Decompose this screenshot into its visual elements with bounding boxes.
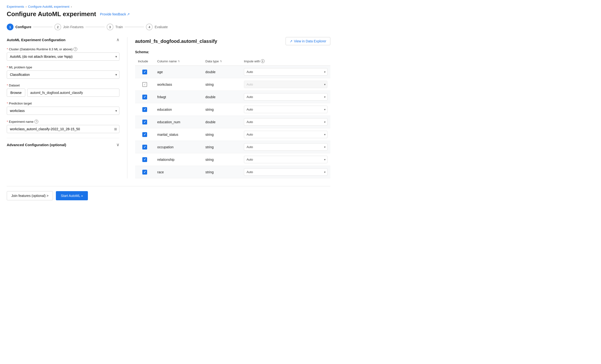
dataset-row: Browse — [7, 89, 120, 97]
right-panel: automl_fs_dogfood.automl_classify ↗ View… — [127, 37, 330, 178]
experiment-name-row: ⊞ — [7, 125, 120, 133]
dataset-input[interactable] — [27, 89, 120, 97]
checkbox-checked[interactable] — [142, 107, 147, 112]
table-row: fnlwgtdoubleAuto▾ — [135, 91, 330, 103]
cell-column-name: occupation — [154, 141, 202, 153]
step-evaluate[interactable]: 4 Evaluate — [146, 24, 168, 30]
external-link-icon: ↗ — [290, 39, 292, 43]
advanced-label: Advanced Configuration (optional) — [7, 143, 66, 147]
data-type-sort-icon: ⇅ — [220, 60, 222, 63]
cell-impute: Auto▾ — [241, 91, 330, 103]
step-join-features[interactable]: 2 Join Features — [54, 24, 84, 30]
view-data-explorer-button[interactable]: ↗ View in Data Explorer — [286, 37, 330, 45]
impute-select[interactable]: Auto — [244, 68, 328, 76]
start-automl-button[interactable]: Start AutoML » — [56, 191, 88, 200]
bottom-bar: Join features (optional) > Start AutoML … — [7, 186, 330, 200]
cell-column-name: age — [154, 66, 202, 78]
collapse-button[interactable]: ∧ — [116, 37, 120, 42]
dataset-field-group: * Dataset Browse — [7, 84, 120, 97]
cell-column-name: workclass — [154, 78, 202, 91]
dataset-title: automl_fs_dogfood.automl_classify — [135, 39, 217, 44]
experiment-name-label: * Experiment name ? — [7, 120, 120, 124]
dataset-title-row: automl_fs_dogfood.automl_classify ↗ View… — [135, 37, 330, 45]
breadcrumb: Experiments › Configure AutoML experimen… — [7, 5, 330, 9]
breadcrumb-configure[interactable]: Configure AutoML experiment — [28, 5, 70, 9]
section-header: AutoML Experiment Configuration ∧ — [7, 37, 120, 42]
cluster-field-group: * Cluster (Databricks Runtime 8.3 ML or … — [7, 47, 120, 61]
cell-data-type: string — [202, 128, 241, 141]
cell-impute: Auto▾ — [241, 78, 330, 91]
step-configure[interactable]: 1 Configure — [7, 24, 31, 30]
cell-column-name: education_num — [154, 116, 202, 128]
checkbox-checked[interactable] — [142, 145, 147, 149]
step-label-3: Train — [115, 25, 123, 29]
step-train[interactable]: 3 Train — [107, 24, 123, 30]
feedback-link[interactable]: Provide feedback ↗ — [100, 12, 130, 16]
impute-select[interactable]: Auto — [244, 106, 328, 113]
checkbox-checked[interactable] — [142, 157, 147, 162]
cell-impute: Auto▾ — [241, 166, 330, 178]
impute-select[interactable]: Auto — [244, 143, 328, 151]
step-circle-2: 2 — [54, 24, 61, 30]
checkbox-partial[interactable] — [142, 82, 147, 87]
cell-data-type: string — [202, 103, 241, 116]
cluster-label: * Cluster (Databricks Runtime 8.3 ML or … — [7, 47, 120, 51]
cell-column-name: marital_status — [154, 128, 202, 141]
step-circle-1: 1 — [7, 24, 13, 30]
ml-type-label: * ML problem type — [7, 66, 120, 69]
browse-button[interactable]: Browse — [7, 89, 25, 97]
impute-select[interactable]: Auto — [244, 131, 328, 138]
cell-data-type: string — [202, 78, 241, 91]
step-circle-4: 4 — [146, 24, 153, 30]
cell-data-type: string — [202, 166, 241, 178]
step-connector-3 — [125, 27, 144, 27]
experiment-name-input[interactable] — [7, 125, 120, 133]
cell-impute: Auto▾ — [241, 141, 330, 153]
checkbox-checked[interactable] — [142, 95, 147, 99]
impute-select[interactable]: Auto — [244, 168, 328, 176]
table-row: educationstringAuto▾ — [135, 103, 330, 116]
checkbox-checked[interactable] — [142, 132, 147, 137]
prediction-target-select[interactable]: workclass — [7, 107, 120, 115]
impute-select[interactable]: Auto — [244, 118, 328, 126]
column-name-sort-icon: ⇅ — [178, 60, 180, 63]
impute-select[interactable]: Auto — [244, 156, 328, 163]
ml-type-select[interactable]: Classification — [7, 70, 120, 79]
checkbox-checked[interactable] — [142, 170, 147, 175]
advanced-configuration-section[interactable]: Advanced Configuration (optional) ∨ — [7, 138, 120, 151]
impute-select[interactable]: Auto — [244, 93, 328, 101]
impute-help-icon[interactable]: ℹ — [261, 59, 265, 63]
stepper: 1 Configure 2 Join Features 3 Train 4 Ev… — [7, 24, 330, 30]
page-title: Configure AutoML experiment — [7, 10, 96, 18]
cell-data-type: string — [202, 153, 241, 166]
cell-column-name: education — [154, 103, 202, 116]
experiment-help-icon[interactable]: ? — [34, 120, 38, 124]
experiment-name-field-group: * Experiment name ? ⊞ — [7, 120, 120, 133]
cell-column-name: relationship — [154, 153, 202, 166]
ml-type-select-wrapper: Classification ▾ — [7, 70, 120, 79]
col-header-name[interactable]: Column name ⇅ — [154, 57, 202, 66]
table-row: racestringAuto▾ — [135, 166, 330, 178]
step-connector-2 — [85, 27, 105, 27]
title-row: Configure AutoML experiment Provide feed… — [7, 10, 330, 18]
breadcrumb-experiments[interactable]: Experiments — [7, 5, 24, 9]
table-row: workclassstringAuto▾ — [135, 78, 330, 91]
prediction-target-select-wrapper: workclass ▾ — [7, 107, 120, 115]
cell-data-type: double — [202, 91, 241, 103]
prediction-target-label: * Prediction target — [7, 102, 120, 105]
cluster-help-icon[interactable]: ? — [73, 47, 77, 51]
advanced-expand-icon: ∨ — [116, 142, 120, 147]
checkbox-checked[interactable] — [142, 120, 147, 125]
checkbox-checked[interactable] — [142, 69, 147, 74]
cluster-select-wrapper: AutoML (do not attach libraries, use %pi… — [7, 52, 120, 61]
table-row: occupationstringAuto▾ — [135, 141, 330, 153]
cluster-select[interactable]: AutoML (do not attach libraries, use %pi… — [7, 52, 120, 61]
impute-select[interactable]: Auto — [244, 81, 328, 88]
join-features-button[interactable]: Join features (optional) > — [7, 191, 53, 200]
cell-impute: Auto▾ — [241, 116, 330, 128]
cell-impute: Auto▾ — [241, 153, 330, 166]
step-connector-1 — [33, 27, 52, 27]
col-header-type[interactable]: Data type ⇅ — [202, 57, 241, 66]
step-label-2: Join Features — [63, 25, 84, 29]
table-row: relationshipstringAuto▾ — [135, 153, 330, 166]
